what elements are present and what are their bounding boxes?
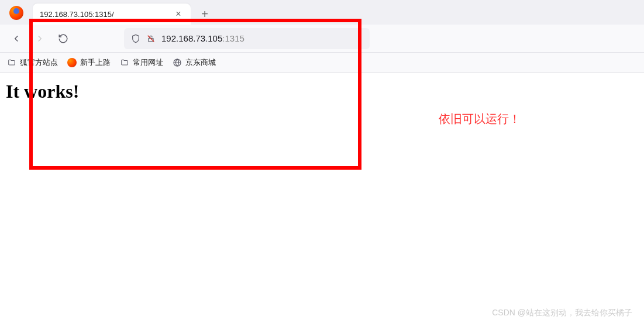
bookmarks-bar: 狐官方站点 新手上路 常用网址 京东商城 (0, 53, 644, 73)
page-heading: It works! (6, 81, 638, 102)
tab-title: 192.168.73.105:1315/ (40, 10, 173, 19)
address-bar[interactable]: 192.168.73.105:1315 (124, 28, 370, 49)
bookmark-getting-started[interactable]: 新手上路 (67, 57, 111, 68)
browser-tab[interactable]: 192.168.73.105:1315/ × (33, 4, 191, 25)
url-host: 192.168.73.105 (161, 33, 222, 43)
lock-insecure-icon (146, 34, 156, 43)
bookmark-common-sites[interactable]: 常用网址 (120, 57, 163, 68)
watermark-text: CSDN @站在这别动，我去给你买橘子 (492, 308, 632, 318)
firefox-logo-icon (9, 6, 23, 20)
url-port: :1315 (222, 33, 244, 43)
close-tab-icon[interactable]: × (173, 9, 184, 19)
bookmark-label: 京东商城 (185, 57, 216, 68)
shield-icon (131, 34, 140, 43)
folder-icon (7, 58, 16, 67)
globe-icon (173, 58, 182, 67)
bookmark-label: 常用网址 (133, 57, 163, 68)
bookmark-label: 狐官方站点 (20, 57, 58, 68)
reload-button[interactable] (54, 29, 73, 48)
bookmark-fox-official[interactable]: 狐官方站点 (7, 57, 58, 68)
bookmark-jd[interactable]: 京东商城 (173, 57, 216, 68)
toolbar: 192.168.73.105:1315 (0, 25, 644, 53)
url-text: 192.168.73.105:1315 (161, 33, 244, 43)
folder-icon (120, 58, 129, 67)
page-content: It works! (0, 73, 644, 111)
bookmark-label: 新手上路 (80, 57, 111, 68)
forward-button[interactable] (30, 29, 49, 48)
firefox-mini-icon (67, 58, 77, 67)
tab-bar: 192.168.73.105:1315/ × + (0, 0, 644, 25)
back-button[interactable] (7, 29, 26, 48)
new-tab-button[interactable]: + (195, 5, 214, 23)
annotation-text: 依旧可以运行！ (439, 111, 521, 127)
